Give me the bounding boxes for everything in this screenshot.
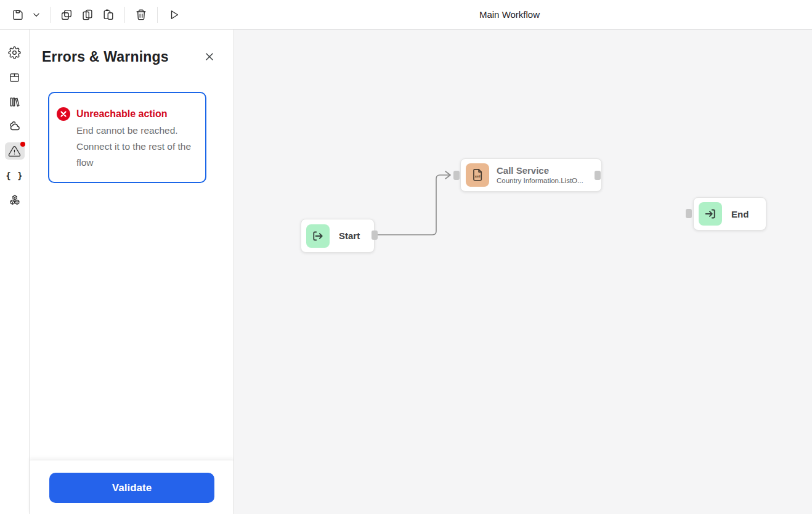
- error-card-unreachable-action[interactable]: Unreachable action End cannot be reached…: [48, 92, 206, 183]
- workflow-editor: Main Workflow: [0, 0, 812, 514]
- node-start[interactable]: Start: [301, 219, 375, 253]
- error-count-badge: [20, 142, 25, 147]
- duplicate-icon: [60, 8, 73, 22]
- package-icon: [8, 71, 21, 84]
- page-title: Main Workflow: [472, 0, 547, 30]
- paste-icon: [102, 8, 115, 22]
- save-options-button[interactable]: [28, 4, 44, 25]
- sidebar-item-package[interactable]: [5, 68, 25, 86]
- sidebar-item-library[interactable]: [5, 93, 25, 110]
- flow-canvas[interactable]: Start xml Call Service Country Informati…: [234, 30, 812, 514]
- panel-title: Errors & Warnings: [42, 49, 169, 65]
- node-call-service-output-port[interactable]: [595, 171, 601, 180]
- errors-list: Unreachable action End cannot be reached…: [30, 79, 233, 460]
- paste-button[interactable]: [98, 4, 119, 25]
- gear-icon: [8, 46, 21, 59]
- sidebar-item-variables[interactable]: { }: [5, 167, 25, 184]
- node-end-label: End: [731, 209, 749, 219]
- error-title: Unreachable action: [76, 107, 195, 121]
- node-start-output-port[interactable]: [371, 230, 378, 240]
- node-end[interactable]: End: [693, 197, 766, 230]
- xml-document-icon: xml: [466, 163, 489, 187]
- panel-header: Errors & Warnings: [30, 30, 233, 79]
- edge-start-to-call-service: [234, 30, 812, 514]
- toolbar-divider: [50, 7, 51, 23]
- braces-icon: { }: [6, 171, 23, 181]
- delete-button[interactable]: [131, 4, 152, 25]
- sidebar-item-warnings[interactable]: [5, 142, 25, 160]
- node-end-input-port[interactable]: [686, 209, 692, 218]
- save-icon: [11, 8, 25, 22]
- node-call-service-subtitle: Country Information.ListO...: [497, 176, 583, 186]
- sidebar-item-settings[interactable]: [5, 44, 25, 61]
- clouds-icon: [8, 120, 22, 133]
- close-panel-button[interactable]: [201, 49, 217, 65]
- x-circle-icon: [60, 111, 67, 117]
- copy-icon: [81, 8, 94, 22]
- panel-footer: Validate: [30, 460, 233, 514]
- error-message: End cannot be reached. Connect it to the…: [76, 123, 195, 171]
- left-icon-rail: { }: [0, 30, 30, 514]
- warning-triangle-icon: [8, 145, 21, 158]
- flow-end-icon: [699, 202, 722, 226]
- flow-start-icon: [306, 224, 330, 248]
- copy-button[interactable]: [77, 4, 98, 25]
- node-call-service-texts: Call Service Country Information.ListO..…: [497, 165, 583, 186]
- node-call-service[interactable]: xml Call Service Country Information.Lis…: [460, 158, 602, 192]
- errors-warnings-panel: Errors & Warnings Unreachable action End…: [30, 30, 234, 514]
- sidebar-item-cloud[interactable]: [5, 118, 25, 135]
- library-icon: [8, 96, 21, 108]
- node-start-label: Start: [339, 230, 360, 241]
- modules-icon: [8, 194, 22, 207]
- node-call-service-input-port[interactable]: [453, 171, 460, 180]
- xml-label: xml: [474, 174, 481, 178]
- top-toolbar: Main Workflow: [0, 0, 812, 30]
- play-icon: [167, 8, 181, 22]
- trash-icon: [134, 8, 148, 22]
- error-texts: Unreachable action End cannot be reached…: [76, 107, 195, 171]
- save-button[interactable]: [7, 4, 28, 25]
- validate-button[interactable]: Validate: [49, 473, 214, 503]
- chevron-down-icon: [31, 9, 42, 20]
- run-button[interactable]: [163, 4, 184, 25]
- close-icon: [204, 51, 215, 62]
- node-call-service-title: Call Service: [497, 165, 583, 176]
- sidebar-item-modules[interactable]: [5, 192, 25, 209]
- error-severity-icon: [57, 107, 70, 121]
- toolbar-divider: [157, 7, 158, 23]
- toolbar-divider: [124, 7, 125, 23]
- duplicate-button[interactable]: [56, 4, 77, 25]
